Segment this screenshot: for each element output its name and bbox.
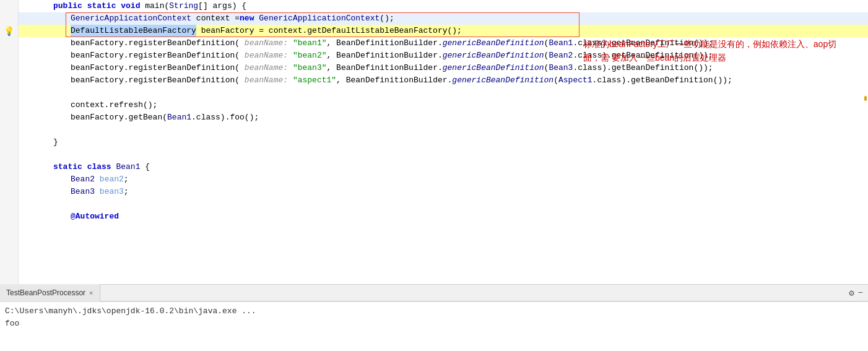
gutter-line-18 xyxy=(0,210,18,223)
code-editor: 💡 public static void main( String xyxy=(0,0,868,284)
gutter-line-8 xyxy=(0,87,18,99)
code-line-8 xyxy=(19,87,868,99)
code-line-1: public static void main( String [] args)… xyxy=(19,0,868,12)
gutter-line-6 xyxy=(0,62,18,74)
code-line-16: Bean3 bean3 ; xyxy=(19,186,868,198)
gutter-line-16 xyxy=(0,186,18,198)
tab-label: TestBeanPostProcessor xyxy=(6,288,85,297)
gutter-line-17 xyxy=(0,198,18,210)
tab-close-icon[interactable]: × xyxy=(89,289,93,297)
gutter-line-15 xyxy=(0,173,18,186)
gutter-line-13 xyxy=(0,149,18,161)
tab-testbeanpostprocessor[interactable]: TestBeanPostProcessor × xyxy=(0,284,100,301)
code-line-13 xyxy=(19,149,868,161)
gutter-line-4 xyxy=(0,37,18,50)
console-output: foo xyxy=(5,319,19,328)
gutter-line-9 xyxy=(0,99,18,111)
code-line-10: beanFactory.getBean( Bean1 .class).foo()… xyxy=(19,111,868,124)
console-path: C:\Users\manyh\.jdks\openjdk-16.0.2\bin\… xyxy=(5,306,256,316)
console-output-line: foo xyxy=(5,317,863,329)
code-line-7: beanFactory.registerBeanDefinition( bean… xyxy=(19,74,868,87)
minimize-minus-icon[interactable]: − xyxy=(858,288,863,298)
code-line-3: DefaultListableBeanFactory beanFactory =… xyxy=(19,25,868,37)
tab-bar: TestBeanPostProcessor × ⚙ − xyxy=(0,284,868,301)
code-lines: public static void main( String [] args)… xyxy=(19,0,868,284)
code-line-6: beanFactory.registerBeanDefinition( bean… xyxy=(19,62,868,74)
gutter-line-10 xyxy=(0,111,18,124)
code-line-18: @Autowired xyxy=(19,210,868,223)
gutter-line-14 xyxy=(0,161,18,173)
code-line-4: beanFactory.registerBeanDefinition( bean… xyxy=(19,37,868,50)
tab-right-controls: ⚙ − xyxy=(849,288,868,298)
code-line-11 xyxy=(19,124,868,136)
code-line-14: static class Bean1 { xyxy=(19,161,868,173)
gutter-line-7 xyxy=(0,74,18,87)
gutter-line-1 xyxy=(0,0,18,12)
code-line-2: GenericApplicationContext context = new … xyxy=(19,12,868,25)
gutter-bulb-3[interactable]: 💡 xyxy=(0,25,18,37)
code-line-17 xyxy=(19,198,868,210)
scroll-indicator xyxy=(864,96,867,101)
code-line-5: beanFactory.registerBeanDefinition( bean… xyxy=(19,50,868,62)
gutter-line-5 xyxy=(0,50,18,62)
line-gutter: 💡 xyxy=(0,0,19,284)
gutter-line-2 xyxy=(0,12,18,25)
settings-gear-icon[interactable]: ⚙ xyxy=(849,288,854,298)
gutter-line-12 xyxy=(0,136,18,149)
gutter-line-11 xyxy=(0,124,18,136)
code-line-12: } xyxy=(19,136,868,149)
console-area: C:\Users\manyh\.jdks\openjdk-16.0.2\bin\… xyxy=(0,301,868,351)
code-line-15: Bean2 bean2 ; xyxy=(19,173,868,186)
console-path-line: C:\Users\manyh\.jdks\openjdk-16.0.2\bin\… xyxy=(5,305,863,317)
code-line-9: context.refresh(); xyxy=(19,99,868,111)
